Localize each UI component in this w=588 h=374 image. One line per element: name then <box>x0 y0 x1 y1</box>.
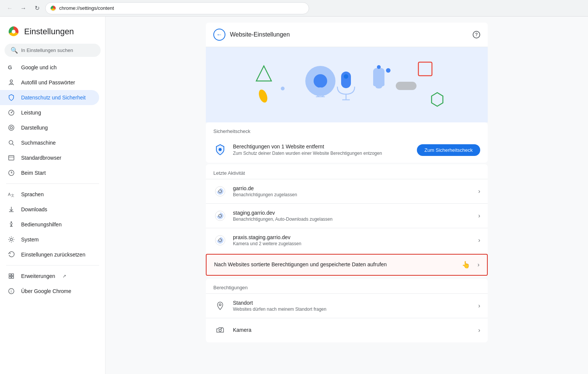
sidebar-item-system[interactable]: System <box>0 232 99 247</box>
cursor-icon: 👆 <box>462 261 470 269</box>
performance-icon <box>8 109 15 116</box>
sidebar-item-appearance[interactable]: Darstellung <box>0 120 99 135</box>
sidebar-item-extensions[interactable]: Erweiterungen ➚ <box>0 269 99 284</box>
sidebar-label-performance: Leistung <box>21 110 41 116</box>
back-to-settings-button[interactable]: ← <box>213 29 225 41</box>
site-icon-praxis-garrio <box>213 234 227 247</box>
garrio-subtitle: Benachrichtigungen zugelassen <box>233 192 472 197</box>
praxis-domain: praxis.staging.garrio.dev <box>233 234 472 240</box>
sidebar-item-about[interactable]: i Über Google Chrome <box>0 284 99 299</box>
sidebar-label-privacy: Datenschutz und Sicherheit <box>21 95 86 101</box>
search-placeholder: In Einstellungen suchen <box>21 47 73 53</box>
sidebar-label-search: Suchmaschine <box>21 140 56 146</box>
svg-point-11 <box>10 127 12 129</box>
external-link-icon: ➚ <box>63 273 66 279</box>
location-label: Standort <box>233 300 472 306</box>
settings-title: Einstellungen <box>24 27 74 37</box>
list-item-garrio[interactable]: garrio.de Benachrichtigungen zugelassen … <box>206 179 488 203</box>
staging-domain: staging.garrio.dev <box>233 210 472 216</box>
camera-icon <box>213 324 227 337</box>
list-item-staging-garrio[interactable]: staging.garrio.dev Benachrichtigungen, A… <box>206 203 488 228</box>
sidebar-label-extensions: Erweiterungen <box>21 273 55 279</box>
security-item: Berechtigungen von 1 Website entfernt Zu… <box>206 137 488 163</box>
languages-icon: A文 <box>8 191 15 198</box>
sidebar-item-google[interactable]: G Google und ich <box>0 60 99 75</box>
address-bar[interactable]: chrome://settings/content <box>45 2 309 14</box>
sidebar-item-performance[interactable]: Leistung <box>0 105 99 120</box>
sidebar-item-autofill[interactable]: Autofill und Passwörter <box>0 75 99 90</box>
garrio-domain: garrio.de <box>233 185 472 191</box>
list-item-praxis-garrio[interactable]: praxis.staging.garrio.dev Kamera und 2 w… <box>206 228 488 252</box>
google-icon: G <box>8 64 15 71</box>
svg-rect-23 <box>12 274 14 276</box>
sidebar-item-privacy[interactable]: Datenschutz und Sicherheit <box>0 90 99 105</box>
search-bar[interactable]: 🔍 In Einstellungen suchen <box>5 44 101 57</box>
sidebar-item-search[interactable]: Suchmaschine <box>0 135 99 150</box>
sidebar-label-system: System <box>21 237 39 243</box>
sidebar-item-default-browser[interactable]: Standardbrowser <box>0 150 99 165</box>
sidebar-item-downloads[interactable]: Downloads <box>0 202 99 217</box>
sidebar: Einstellungen 🔍 In Einstellungen suchen … <box>0 17 106 374</box>
svg-point-4 <box>12 30 15 34</box>
sidebar-label-google: Google und ich <box>21 64 57 70</box>
browser-icon <box>8 154 15 162</box>
svg-point-12 <box>9 140 13 144</box>
chevron-icon-praxis: › <box>478 237 480 244</box>
chrome-logo <box>8 26 20 38</box>
sidebar-label-accessibility: Bedienungshilfen <box>21 221 61 227</box>
help-button[interactable]: ? <box>473 31 480 38</box>
sidebar-label-reset: Einstellungen zurücksetzen <box>21 252 85 258</box>
svg-text:A: A <box>8 192 11 197</box>
reset-icon <box>8 251 15 258</box>
security-check-button[interactable]: Zum Sicherheitscheck <box>417 144 480 156</box>
permissions-section: Berechtigungen Standort Websites dürfen … <box>206 279 488 342</box>
recent-activity-label: Letzte Aktivität <box>206 164 488 179</box>
sidebar-item-reset[interactable]: Einstellungen zurücksetzen <box>0 247 99 262</box>
list-item-location[interactable]: Standort Websites dürfen nach meinem Sta… <box>206 293 488 318</box>
sidebar-label-downloads: Downloads <box>21 206 47 212</box>
sidebar-divider-2 <box>6 265 99 266</box>
back-button[interactable]: ← <box>5 3 15 14</box>
svg-point-9 <box>11 112 12 113</box>
list-item-camera[interactable]: Kamera › <box>206 318 488 342</box>
sidebar-label-about: Über Google Chrome <box>21 288 71 294</box>
sidebar-item-startup[interactable]: Beim Start <box>0 165 99 180</box>
svg-point-21 <box>10 238 12 241</box>
appearance-icon <box>8 124 15 131</box>
svg-text:G: G <box>8 64 12 70</box>
panel-title: Website-Einstellungen <box>230 31 290 38</box>
list-item-location-text: Standort Websites dürfen nach meinem Sta… <box>233 300 472 312</box>
sidebar-header: Einstellungen <box>0 20 105 44</box>
svg-rect-35 <box>341 72 351 88</box>
about-icon: i <box>8 287 15 295</box>
chevron-icon-all-sites: › <box>478 261 479 268</box>
autofill-icon <box>8 79 15 86</box>
svg-point-45 <box>219 148 222 151</box>
all-sites-text: Nach Websites sortierte Berechtigungen u… <box>214 261 456 268</box>
hero-svg <box>234 51 460 119</box>
reload-button[interactable]: ↻ <box>32 3 42 14</box>
svg-point-32 <box>314 74 327 88</box>
security-check-section: Sicherheitscheck Berechtigungen von 1 We… <box>206 122 488 163</box>
accessibility-icon <box>8 221 15 228</box>
startup-icon <box>8 169 15 177</box>
svg-point-10 <box>9 125 14 130</box>
settings-layout: Einstellungen 🔍 In Einstellungen suchen … <box>0 17 588 374</box>
security-section-label: Sicherheitscheck <box>206 122 488 137</box>
svg-rect-14 <box>9 156 14 160</box>
forward-button[interactable]: → <box>18 3 29 14</box>
sidebar-item-accessibility[interactable]: Bedienungshilfen <box>0 217 99 232</box>
search-container: 🔍 In Einstellungen suchen <box>0 44 105 60</box>
svg-text:i: i <box>11 289 12 293</box>
svg-text:文: 文 <box>11 194 14 197</box>
location-subtitle: Websites dürfen nach meinem Standort fra… <box>233 307 472 312</box>
sidebar-item-languages[interactable]: A文 Sprachen <box>0 187 99 202</box>
svg-point-40 <box>386 68 390 73</box>
extensions-icon <box>8 272 15 280</box>
chevron-icon-garrio: › <box>478 188 480 195</box>
all-sites-link[interactable]: Nach Websites sortierte Berechtigungen u… <box>206 254 488 276</box>
security-text: Berechtigungen von 1 Website entfernt Zu… <box>233 143 411 157</box>
shield-icon <box>8 94 15 101</box>
sidebar-label-languages: Sprachen <box>21 191 44 197</box>
sidebar-label-startup: Beim Start <box>21 170 46 176</box>
